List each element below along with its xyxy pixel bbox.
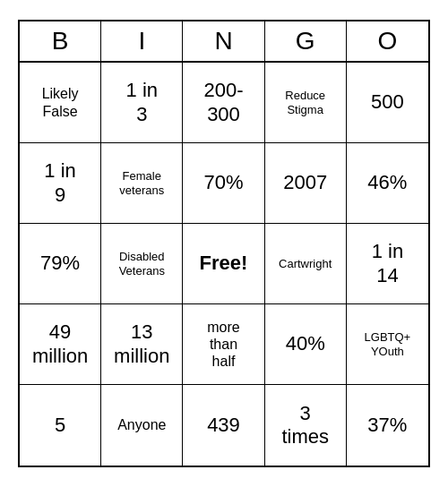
bingo-cell: 1 in14: [347, 224, 428, 304]
bingo-cell: 40%: [265, 304, 347, 385]
bingo-cell: 2007: [265, 143, 347, 224]
bingo-cell: morethanhalf: [183, 304, 264, 385]
bingo-card: BINGO LikelyFalse1 in3200-300ReduceStigm…: [18, 20, 430, 467]
bingo-cell: 1 in3: [101, 63, 183, 143]
bingo-cell: 46%: [347, 143, 428, 224]
bingo-cell: Free!: [183, 224, 264, 304]
bingo-cell: 37%: [347, 385, 428, 466]
bingo-cell: LGBTQ+YOuth: [347, 304, 428, 385]
bingo-cell: LikelyFalse: [20, 63, 101, 143]
bingo-cell: Anyone: [101, 385, 183, 466]
bingo-cell: ReduceStigma: [265, 63, 347, 143]
bingo-cell: 200-300: [183, 63, 264, 143]
bingo-cell: 70%: [183, 143, 264, 224]
bingo-cell: 13million: [101, 304, 183, 385]
bingo-cell: 439: [183, 385, 264, 466]
header-letter: O: [347, 21, 428, 61]
header-letter: N: [183, 21, 264, 61]
bingo-cell: Cartwright: [265, 224, 347, 304]
header-letter: B: [20, 21, 101, 61]
bingo-cell: DisabledVeterans: [101, 224, 183, 304]
bingo-cell: 79%: [20, 224, 101, 304]
bingo-cell: 5: [20, 385, 101, 466]
bingo-cell: Femaleveterans: [101, 143, 183, 224]
bingo-header: BINGO: [20, 21, 428, 63]
header-letter: I: [101, 21, 183, 61]
bingo-cell: 1 in9: [20, 143, 101, 224]
bingo-grid: LikelyFalse1 in3200-300ReduceStigma5001 …: [20, 63, 428, 466]
bingo-cell: 500: [347, 63, 428, 143]
bingo-cell: 49million: [20, 304, 101, 385]
bingo-cell: 3times: [265, 385, 347, 466]
header-letter: G: [265, 21, 347, 61]
